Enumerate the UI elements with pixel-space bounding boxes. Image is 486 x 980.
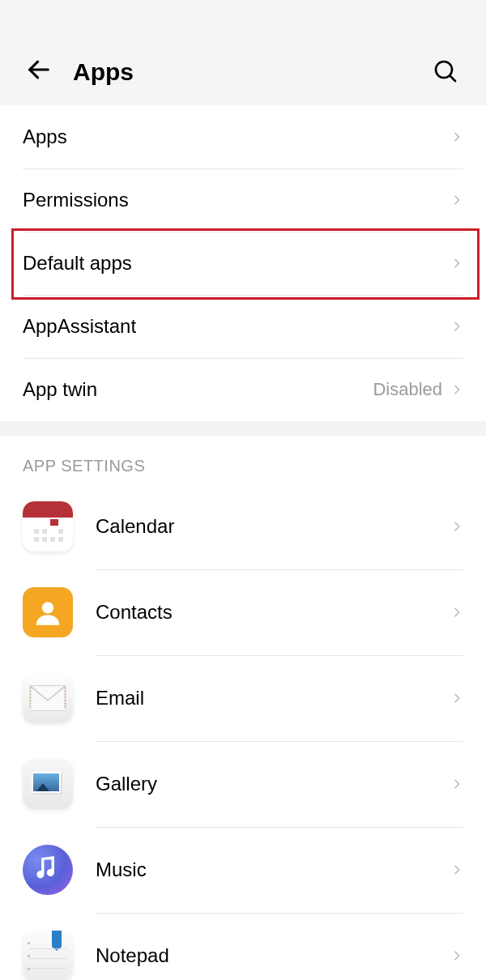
- app-item-label: Contacts: [96, 601, 450, 624]
- chevron-right-icon: [450, 194, 463, 207]
- header: Apps: [0, 0, 486, 105]
- app-item-contacts[interactable]: Contacts: [0, 569, 486, 655]
- list-item-label: Default apps: [23, 252, 450, 275]
- chevron-right-icon: [450, 257, 463, 270]
- app-item-label: Music: [96, 859, 450, 881]
- search-icon: [433, 58, 458, 84]
- chevron-right-icon: [450, 320, 463, 333]
- main-list: Apps Permissions Default apps AppAssista…: [0, 105, 486, 421]
- arrow-left-icon: [25, 56, 53, 83]
- calendar-icon: [23, 501, 73, 552]
- section-divider: [0, 421, 486, 436]
- music-icon: [23, 845, 73, 895]
- chevron-right-icon: [450, 130, 463, 143]
- notepad-icon: [23, 931, 73, 980]
- app-item-email[interactable]: Email: [0, 655, 486, 741]
- list-item-apps[interactable]: Apps: [0, 105, 486, 168]
- list-item-appassistant[interactable]: AppAssistant: [0, 295, 486, 358]
- chevron-right-icon: [450, 778, 463, 790]
- list-item-permissions[interactable]: Permissions: [0, 168, 486, 232]
- app-item-label: Email: [96, 687, 450, 709]
- list-item-label: Permissions: [23, 189, 450, 211]
- app-item-notepad[interactable]: Notepad: [0, 913, 486, 980]
- list-item-value: Disabled: [373, 379, 442, 400]
- app-item-label: Calendar: [96, 515, 450, 538]
- app-list: Calendar Contacts Email Gallery Music: [0, 484, 486, 980]
- app-item-music[interactable]: Music: [0, 827, 486, 913]
- chevron-right-icon: [450, 692, 463, 705]
- app-item-gallery[interactable]: Gallery: [0, 741, 486, 827]
- chevron-right-icon: [450, 606, 463, 619]
- app-item-label: Gallery: [96, 773, 450, 795]
- search-button[interactable]: [429, 55, 462, 87]
- app-item-calendar[interactable]: Calendar: [0, 484, 486, 569]
- gallery-icon: [23, 759, 73, 809]
- chevron-right-icon: [450, 520, 463, 533]
- back-button[interactable]: [23, 53, 55, 86]
- section-header: APP SETTINGS: [0, 436, 486, 484]
- app-item-label: Notepad: [96, 944, 450, 967]
- contacts-icon: [23, 587, 73, 637]
- list-item-default-apps[interactable]: Default apps: [0, 232, 486, 295]
- chevron-right-icon: [450, 949, 463, 962]
- svg-point-3: [42, 602, 53, 613]
- list-item-app-twin[interactable]: App twin Disabled: [0, 358, 486, 421]
- list-item-label: App twin: [23, 378, 373, 401]
- page-title: Apps: [73, 58, 134, 86]
- chevron-right-icon: [450, 383, 463, 396]
- svg-line-2: [450, 75, 455, 81]
- chevron-right-icon: [450, 863, 463, 876]
- list-item-label: Apps: [23, 126, 450, 148]
- list-item-label: AppAssistant: [23, 315, 450, 338]
- email-icon: [23, 673, 73, 723]
